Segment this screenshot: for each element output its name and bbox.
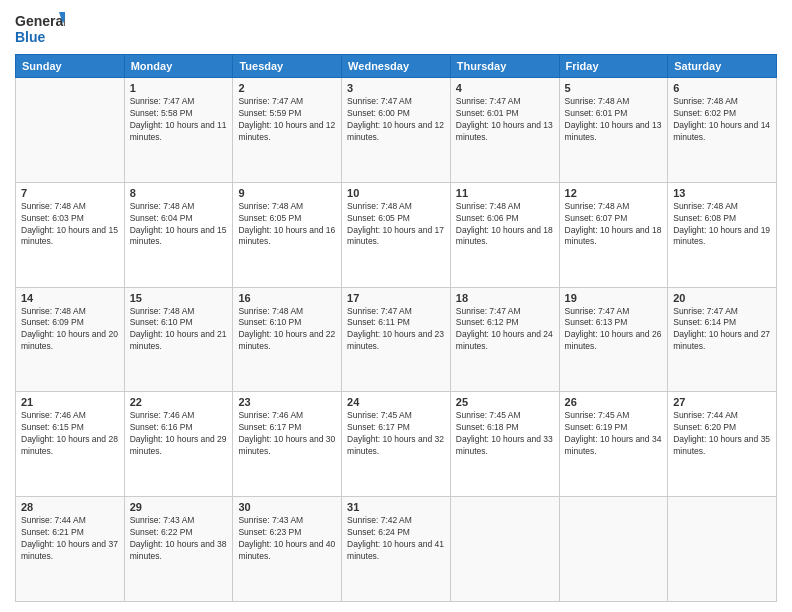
day-info: Sunrise: 7:48 AMSunset: 6:05 PMDaylight:…: [347, 201, 445, 249]
calendar-cell: 25Sunrise: 7:45 AMSunset: 6:18 PMDayligh…: [450, 392, 559, 497]
col-header-thursday: Thursday: [450, 55, 559, 78]
calendar-cell: [559, 497, 668, 602]
day-number: 20: [673, 292, 771, 304]
day-number: 1: [130, 82, 228, 94]
day-info: Sunrise: 7:42 AMSunset: 6:24 PMDaylight:…: [347, 515, 445, 563]
day-number: 30: [238, 501, 336, 513]
day-number: 24: [347, 396, 445, 408]
calendar-cell: [450, 497, 559, 602]
calendar-cell: 17Sunrise: 7:47 AMSunset: 6:11 PMDayligh…: [342, 287, 451, 392]
col-header-tuesday: Tuesday: [233, 55, 342, 78]
day-number: 15: [130, 292, 228, 304]
calendar-cell: 10Sunrise: 7:48 AMSunset: 6:05 PMDayligh…: [342, 182, 451, 287]
calendar-cell: 23Sunrise: 7:46 AMSunset: 6:17 PMDayligh…: [233, 392, 342, 497]
calendar-week-3: 21Sunrise: 7:46 AMSunset: 6:15 PMDayligh…: [16, 392, 777, 497]
calendar-cell: 24Sunrise: 7:45 AMSunset: 6:17 PMDayligh…: [342, 392, 451, 497]
calendar-cell: 14Sunrise: 7:48 AMSunset: 6:09 PMDayligh…: [16, 287, 125, 392]
calendar-cell: 2Sunrise: 7:47 AMSunset: 5:59 PMDaylight…: [233, 78, 342, 183]
calendar-cell: 22Sunrise: 7:46 AMSunset: 6:16 PMDayligh…: [124, 392, 233, 497]
svg-text:General: General: [15, 13, 65, 29]
col-header-saturday: Saturday: [668, 55, 777, 78]
day-info: Sunrise: 7:47 AMSunset: 6:00 PMDaylight:…: [347, 96, 445, 144]
day-number: 21: [21, 396, 119, 408]
day-number: 22: [130, 396, 228, 408]
day-info: Sunrise: 7:47 AMSunset: 6:12 PMDaylight:…: [456, 306, 554, 354]
col-header-wednesday: Wednesday: [342, 55, 451, 78]
calendar-cell: 18Sunrise: 7:47 AMSunset: 6:12 PMDayligh…: [450, 287, 559, 392]
day-number: 28: [21, 501, 119, 513]
svg-text:Blue: Blue: [15, 29, 46, 45]
day-info: Sunrise: 7:44 AMSunset: 6:21 PMDaylight:…: [21, 515, 119, 563]
col-header-monday: Monday: [124, 55, 233, 78]
day-number: 23: [238, 396, 336, 408]
day-number: 17: [347, 292, 445, 304]
day-info: Sunrise: 7:48 AMSunset: 6:02 PMDaylight:…: [673, 96, 771, 144]
day-number: 11: [456, 187, 554, 199]
day-info: Sunrise: 7:47 AMSunset: 6:14 PMDaylight:…: [673, 306, 771, 354]
day-info: Sunrise: 7:48 AMSunset: 6:05 PMDaylight:…: [238, 201, 336, 249]
day-number: 10: [347, 187, 445, 199]
logo-svg: GeneralBlue: [15, 10, 65, 46]
calendar-cell: 8Sunrise: 7:48 AMSunset: 6:04 PMDaylight…: [124, 182, 233, 287]
day-info: Sunrise: 7:47 AMSunset: 5:59 PMDaylight:…: [238, 96, 336, 144]
day-number: 16: [238, 292, 336, 304]
calendar-cell: 11Sunrise: 7:48 AMSunset: 6:06 PMDayligh…: [450, 182, 559, 287]
calendar-cell: 15Sunrise: 7:48 AMSunset: 6:10 PMDayligh…: [124, 287, 233, 392]
calendar-week-0: 1Sunrise: 7:47 AMSunset: 5:58 PMDaylight…: [16, 78, 777, 183]
calendar-header-row: SundayMondayTuesdayWednesdayThursdayFrid…: [16, 55, 777, 78]
day-number: 18: [456, 292, 554, 304]
calendar-cell: 3Sunrise: 7:47 AMSunset: 6:00 PMDaylight…: [342, 78, 451, 183]
header: GeneralBlue: [15, 10, 777, 46]
day-info: Sunrise: 7:47 AMSunset: 6:11 PMDaylight:…: [347, 306, 445, 354]
day-info: Sunrise: 7:48 AMSunset: 6:04 PMDaylight:…: [130, 201, 228, 249]
day-number: 4: [456, 82, 554, 94]
day-number: 7: [21, 187, 119, 199]
calendar-cell: 7Sunrise: 7:48 AMSunset: 6:03 PMDaylight…: [16, 182, 125, 287]
calendar-cell: 26Sunrise: 7:45 AMSunset: 6:19 PMDayligh…: [559, 392, 668, 497]
day-number: 27: [673, 396, 771, 408]
day-info: Sunrise: 7:48 AMSunset: 6:10 PMDaylight:…: [130, 306, 228, 354]
calendar-cell: 4Sunrise: 7:47 AMSunset: 6:01 PMDaylight…: [450, 78, 559, 183]
day-number: 26: [565, 396, 663, 408]
calendar-week-2: 14Sunrise: 7:48 AMSunset: 6:09 PMDayligh…: [16, 287, 777, 392]
calendar-cell: 28Sunrise: 7:44 AMSunset: 6:21 PMDayligh…: [16, 497, 125, 602]
day-info: Sunrise: 7:46 AMSunset: 6:16 PMDaylight:…: [130, 410, 228, 458]
calendar-week-4: 28Sunrise: 7:44 AMSunset: 6:21 PMDayligh…: [16, 497, 777, 602]
day-info: Sunrise: 7:48 AMSunset: 6:06 PMDaylight:…: [456, 201, 554, 249]
calendar-cell: 19Sunrise: 7:47 AMSunset: 6:13 PMDayligh…: [559, 287, 668, 392]
day-info: Sunrise: 7:48 AMSunset: 6:09 PMDaylight:…: [21, 306, 119, 354]
day-info: Sunrise: 7:47 AMSunset: 5:58 PMDaylight:…: [130, 96, 228, 144]
logo: GeneralBlue: [15, 10, 65, 46]
day-info: Sunrise: 7:45 AMSunset: 6:18 PMDaylight:…: [456, 410, 554, 458]
day-info: Sunrise: 7:43 AMSunset: 6:23 PMDaylight:…: [238, 515, 336, 563]
day-number: 19: [565, 292, 663, 304]
calendar-cell: 16Sunrise: 7:48 AMSunset: 6:10 PMDayligh…: [233, 287, 342, 392]
day-number: 5: [565, 82, 663, 94]
day-info: Sunrise: 7:43 AMSunset: 6:22 PMDaylight:…: [130, 515, 228, 563]
calendar-cell: 27Sunrise: 7:44 AMSunset: 6:20 PMDayligh…: [668, 392, 777, 497]
col-header-sunday: Sunday: [16, 55, 125, 78]
day-number: 31: [347, 501, 445, 513]
day-info: Sunrise: 7:45 AMSunset: 6:19 PMDaylight:…: [565, 410, 663, 458]
calendar-cell: [16, 78, 125, 183]
day-info: Sunrise: 7:44 AMSunset: 6:20 PMDaylight:…: [673, 410, 771, 458]
day-info: Sunrise: 7:46 AMSunset: 6:15 PMDaylight:…: [21, 410, 119, 458]
calendar-week-1: 7Sunrise: 7:48 AMSunset: 6:03 PMDaylight…: [16, 182, 777, 287]
day-number: 6: [673, 82, 771, 94]
day-info: Sunrise: 7:48 AMSunset: 6:01 PMDaylight:…: [565, 96, 663, 144]
day-number: 8: [130, 187, 228, 199]
day-info: Sunrise: 7:47 AMSunset: 6:01 PMDaylight:…: [456, 96, 554, 144]
day-number: 12: [565, 187, 663, 199]
calendar-cell: 21Sunrise: 7:46 AMSunset: 6:15 PMDayligh…: [16, 392, 125, 497]
calendar-cell: 30Sunrise: 7:43 AMSunset: 6:23 PMDayligh…: [233, 497, 342, 602]
calendar-cell: 20Sunrise: 7:47 AMSunset: 6:14 PMDayligh…: [668, 287, 777, 392]
day-number: 9: [238, 187, 336, 199]
calendar-cell: 29Sunrise: 7:43 AMSunset: 6:22 PMDayligh…: [124, 497, 233, 602]
day-info: Sunrise: 7:48 AMSunset: 6:10 PMDaylight:…: [238, 306, 336, 354]
calendar-table: SundayMondayTuesdayWednesdayThursdayFrid…: [15, 54, 777, 602]
calendar-cell: [668, 497, 777, 602]
day-number: 29: [130, 501, 228, 513]
calendar-cell: 1Sunrise: 7:47 AMSunset: 5:58 PMDaylight…: [124, 78, 233, 183]
calendar-cell: 31Sunrise: 7:42 AMSunset: 6:24 PMDayligh…: [342, 497, 451, 602]
day-number: 3: [347, 82, 445, 94]
